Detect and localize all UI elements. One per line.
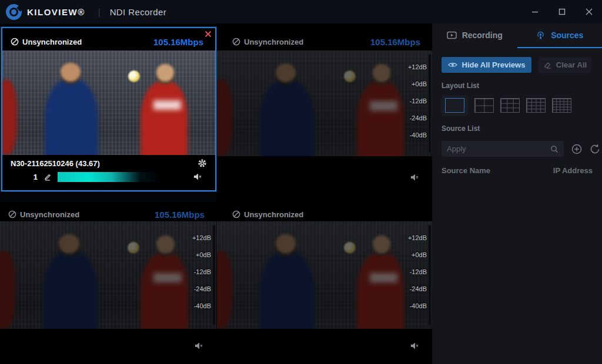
video-frame	[2, 50, 215, 155]
source-table-header: Source Name IP Address	[432, 157, 602, 175]
broadcast-icon	[536, 31, 546, 40]
audio-row	[217, 329, 432, 363]
sync-status: Unsynchronized	[232, 38, 303, 46]
window-controls	[530, 7, 594, 16]
unsynchronized-icon	[232, 38, 240, 46]
clear-all-button[interactable]: Clear All	[539, 57, 591, 73]
source-list-label: Source List	[432, 116, 602, 138]
layout-option-2x2[interactable]	[474, 98, 494, 113]
sync-status: Unsynchronized	[232, 210, 303, 219]
search-icon[interactable]	[550, 145, 558, 153]
titlebar: KILOVIEW® | NDI Recorder	[0, 0, 602, 23]
mute-icon[interactable]	[193, 172, 202, 181]
layout-list-label: Layout List	[432, 73, 602, 95]
close-icon[interactable]	[584, 7, 594, 16]
hide-all-previews-button[interactable]: Hide All Previews	[442, 57, 531, 73]
audio-level-meter	[58, 172, 161, 182]
preview-tile-1[interactable]: Unsynchronized 105.16Mbps	[1, 27, 216, 191]
db-scale: +12dB+0dB-12dB-24dB-40dB	[192, 234, 211, 310]
sidebar: Recording Sources Hide All Previews Clea…	[432, 23, 602, 364]
mute-icon[interactable]	[410, 341, 419, 350]
tab-sources[interactable]: Sources	[517, 23, 602, 48]
brand-name: KILOVIEW®	[27, 7, 85, 17]
video-frame	[0, 221, 216, 329]
video-preview[interactable]: +12dB+0dB-12dB-24dB-40dB	[217, 50, 432, 156]
audio-row	[0, 329, 216, 363]
bitrate-value: 105.16Mbps	[153, 37, 203, 47]
source-name: N30-21162510246 (43.67)	[11, 159, 100, 168]
layout-option-4x4[interactable]	[526, 98, 546, 113]
db-scale: +12dB+0dB-12dB-24dB-40dB	[408, 234, 427, 310]
tab-recording[interactable]: Recording	[432, 23, 517, 48]
source-search-row	[432, 138, 602, 157]
video-preview[interactable]: +12dB+0dB-12dB-24dB-40dB	[217, 221, 432, 329]
app-title: NDI Recorder	[110, 7, 167, 17]
unsynchronized-icon	[232, 210, 240, 218]
ndi-recorder-window: KILOVIEW® | NDI Recorder Unsynchronized	[0, 0, 602, 364]
source-name-row: N30-21162510246 (43.67)	[2, 155, 215, 168]
channel-number: 1	[29, 173, 38, 181]
clear-icon	[543, 61, 551, 69]
mute-icon[interactable]	[410, 173, 419, 182]
unsynchronized-icon	[8, 210, 16, 218]
video-preview[interactable]: +12dB+0dB-12dB-24dB-40dB	[0, 221, 216, 329]
preview-grid: Unsynchronized 105.16Mbps	[0, 23, 432, 364]
add-source-icon[interactable]	[571, 144, 582, 154]
layout-option-3x3[interactable]	[500, 98, 520, 113]
recording-icon	[447, 31, 457, 39]
video-frame	[217, 221, 432, 329]
close-icon[interactable]	[205, 31, 212, 38]
gear-icon[interactable]	[198, 159, 207, 168]
video-frame	[217, 50, 432, 156]
titlebar-divider: |	[98, 7, 101, 17]
preview-tile-3[interactable]: Unsynchronized 105.16Mbps +12dB+0dB-12dB…	[0, 203, 216, 364]
column-ip-address: IP Address	[553, 166, 593, 175]
sync-status: Unsynchronized	[11, 38, 82, 46]
layout-list	[432, 95, 602, 116]
audio-row	[217, 156, 432, 198]
kiloview-logo-icon	[6, 4, 22, 20]
search-box[interactable]	[442, 141, 564, 157]
tile-1-header: Unsynchronized 105.16Mbps	[2, 28, 215, 50]
layout-option-5x5[interactable]	[552, 98, 571, 113]
audio-meter-row: 1	[2, 168, 215, 186]
search-input[interactable]	[447, 144, 550, 153]
layout-option-1x1[interactable]	[442, 95, 468, 116]
video-preview[interactable]	[2, 50, 215, 155]
vertical-audio-meter	[212, 225, 216, 325]
eye-icon	[448, 62, 457, 68]
mute-icon[interactable]	[194, 341, 203, 350]
preview-tile-2[interactable]: Unsynchronized 105.16Mbps +12dB+0dB-12dB…	[217, 23, 432, 203]
bitrate-value: 105.16Mbps	[370, 37, 420, 47]
refresh-icon[interactable]	[590, 144, 600, 154]
column-source-name: Source Name	[442, 166, 490, 175]
bitrate-value: 105.16Mbps	[155, 210, 205, 220]
vertical-audio-meter	[428, 225, 432, 325]
db-scale: +12dB+0dB-12dB-24dB-40dB	[408, 63, 427, 139]
unsynchronized-icon	[11, 38, 19, 46]
preview-tile-4[interactable]: Unsynchronized +12dB+0dB-12dB-24dB-40dB	[217, 203, 432, 364]
maximize-icon[interactable]	[557, 7, 567, 16]
tile-3-header: Unsynchronized 105.16Mbps	[0, 203, 216, 221]
tile-4-header: Unsynchronized	[217, 203, 432, 221]
sidebar-actions: Hide All Previews Clear All	[432, 48, 602, 73]
vertical-audio-meter	[428, 54, 432, 153]
sync-status: Unsynchronized	[8, 210, 79, 219]
sidebar-tabs: Recording Sources	[432, 23, 602, 48]
edit-pen-icon[interactable]	[44, 173, 52, 181]
tile-2-header: Unsynchronized 105.16Mbps	[217, 23, 432, 50]
minimize-icon[interactable]	[530, 7, 540, 16]
